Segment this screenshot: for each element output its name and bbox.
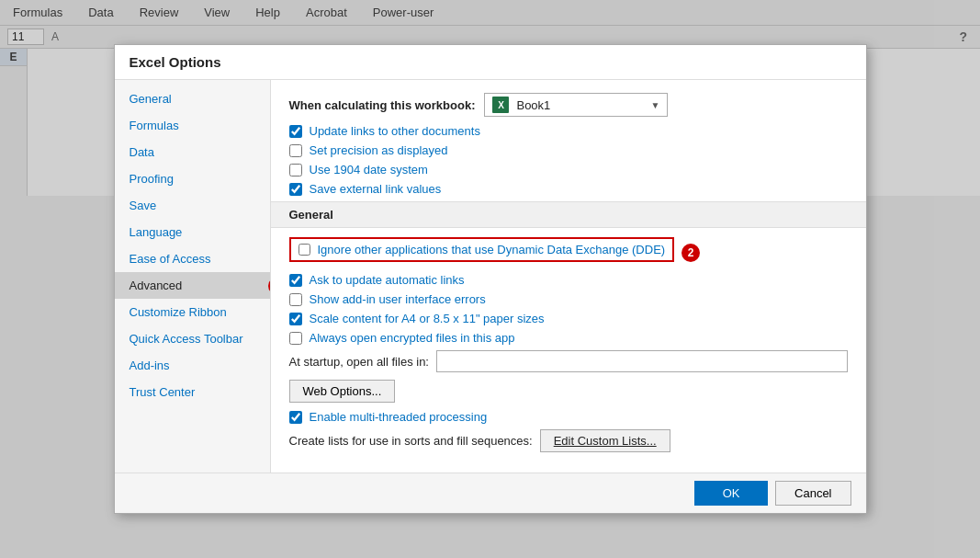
content-inner: When calculating this workbook: X Book1 …: [271, 80, 866, 196]
checkbox-row-save-external: Save external link values: [289, 182, 848, 196]
modal-body: General Formulas Data Proofing Save Lang…: [115, 80, 866, 196]
checkbox-1904-date[interactable]: [289, 164, 302, 177]
checkbox-label-set-precision: Set precision as displayed: [310, 143, 448, 157]
workbook-select[interactable]: X Book1 ▼: [484, 93, 668, 117]
checkbox-save-external[interactable]: [289, 183, 302, 196]
select-dropdown-arrow: ▼: [651, 100, 660, 110]
sidebar-item-proofing[interactable]: Proofing: [115, 165, 270, 192]
workbook-section-row: When calculating this workbook: X Book1 …: [289, 93, 848, 117]
sidebar-item-data[interactable]: Data: [115, 139, 270, 165]
sidebar-item-formulas[interactable]: Formulas: [115, 112, 270, 139]
excel-options-modal: Excel Options General Formulas Data Proo…: [114, 44, 867, 196]
content-area: When calculating this workbook: X Book1 …: [271, 80, 866, 196]
checkbox-row-update-links: Update links to other documents: [289, 124, 848, 138]
modal-title: Excel Options: [130, 54, 221, 70]
workbook-name: Book1: [516, 98, 550, 112]
excel-icon: X: [492, 97, 509, 113]
sidebar-item-save[interactable]: Save: [115, 192, 270, 196]
modal-overlay: Excel Options General Formulas Data Proo…: [0, 0, 980, 196]
checkbox-set-precision[interactable]: [289, 144, 302, 157]
checkbox-label-1904-date: Use 1904 date system: [310, 163, 428, 177]
sidebar: General Formulas Data Proofing Save Lang…: [115, 80, 271, 196]
workbook-label: When calculating this workbook:: [289, 98, 476, 112]
checkbox-label-update-links: Update links to other documents: [310, 124, 480, 138]
checkbox-row-1904-date: Use 1904 date system: [289, 163, 848, 177]
sidebar-item-general[interactable]: General: [115, 85, 270, 112]
checkbox-update-links[interactable]: [289, 125, 302, 138]
modal-header: Excel Options: [115, 45, 866, 80]
checkbox-label-save-external: Save external link values: [310, 182, 442, 196]
checkbox-row-set-precision: Set precision as displayed: [289, 143, 848, 157]
